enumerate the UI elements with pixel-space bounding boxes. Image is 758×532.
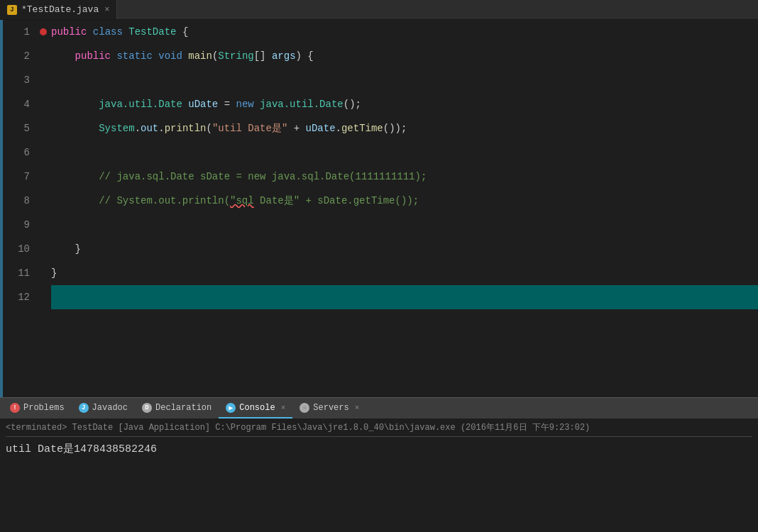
java-file-icon: J: [7, 5, 17, 15]
tab-label: *TestDate.java: [21, 4, 99, 15]
line-num-6: 6: [9, 140, 30, 165]
servers-close-button[interactable]: ×: [355, 404, 360, 412]
tab-declaration-label: Declaration: [155, 403, 212, 413]
line-num-7: 7: [9, 165, 30, 189]
servers-icon: ☆: [300, 403, 309, 413]
declaration-icon: D: [142, 403, 152, 413]
bottom-tab-bar: ! Problems J Javadoc D Declaration ▶ Con…: [0, 397, 758, 419]
tab-servers-label: Servers: [313, 403, 348, 413]
console-area: <terminated> TestDate [Java Application]…: [0, 419, 758, 532]
code-line-5: System.out.println("util Date是" + uDate.…: [51, 116, 758, 140]
tab-close-button[interactable]: ×: [104, 5, 109, 15]
console-icon: ▶: [226, 403, 236, 413]
tab-console-label: Console: [239, 403, 275, 413]
tab-javadoc-label: Javadoc: [92, 403, 128, 413]
line-num-10: 10: [9, 237, 30, 261]
code-line-2: public static void main(String[] args) {: [51, 44, 758, 68]
console-terminated-line: <terminated> TestDate [Java Application]…: [6, 421, 752, 437]
javadoc-icon: J: [79, 403, 89, 413]
problems-icon: !: [10, 403, 20, 413]
line-num-1: 1: [9, 20, 30, 44]
line-num-9: 9: [9, 213, 30, 237]
line-num-2: 2: [9, 44, 30, 68]
tab-bar: J *TestDate.java ×: [0, 0, 758, 20]
code-line-9: [51, 213, 758, 237]
tab-console[interactable]: ▶ Console ×: [219, 398, 292, 419]
breakpoint-column: [38, 20, 48, 397]
tab-problems-label: Problems: [23, 403, 65, 413]
line-num-8: 8: [9, 189, 30, 213]
code-line-6: [51, 140, 758, 165]
editor-tab[interactable]: J *TestDate.java ×: [0, 0, 117, 19]
tab-javadoc[interactable]: J Javadoc: [72, 398, 135, 419]
line-num-4: 4: [9, 92, 30, 116]
code-line-11: }: [51, 261, 758, 285]
console-close-button[interactable]: ×: [281, 404, 286, 412]
tab-declaration[interactable]: D Declaration: [135, 398, 219, 419]
editor-area: 1 2 3 4 5 6 7 8 9 10 11 12 public class …: [0, 20, 758, 397]
tab-problems[interactable]: ! Problems: [3, 398, 72, 419]
line-num-5: 5: [9, 116, 30, 140]
console-output: util Date是1478438582246: [6, 441, 752, 458]
code-line-12: [51, 285, 758, 309]
code-content[interactable]: public class TestDate { public static vo…: [48, 20, 758, 397]
line-numbers: 1 2 3 4 5 6 7 8 9 10 11 12: [3, 20, 38, 397]
code-line-4: java.util.Date uDate = new java.util.Dat…: [51, 92, 758, 116]
code-line-10: }: [51, 237, 758, 261]
line-num-3: 3: [9, 68, 30, 92]
code-line-1: public class TestDate {: [51, 20, 758, 44]
code-line-8: // System.out.println("sql Date是" + sDat…: [51, 189, 758, 213]
line-num-11: 11: [9, 261, 30, 285]
code-line-3: [51, 68, 758, 92]
code-line-7: // java.sql.Date sDate = new java.sql.Da…: [51, 165, 758, 189]
tab-servers[interactable]: ☆ Servers ×: [292, 398, 366, 419]
line-num-12: 12: [9, 285, 30, 309]
breakpoint-line2: [40, 28, 47, 35]
bottom-panel: ! Problems J Javadoc D Declaration ▶ Con…: [0, 397, 758, 532]
